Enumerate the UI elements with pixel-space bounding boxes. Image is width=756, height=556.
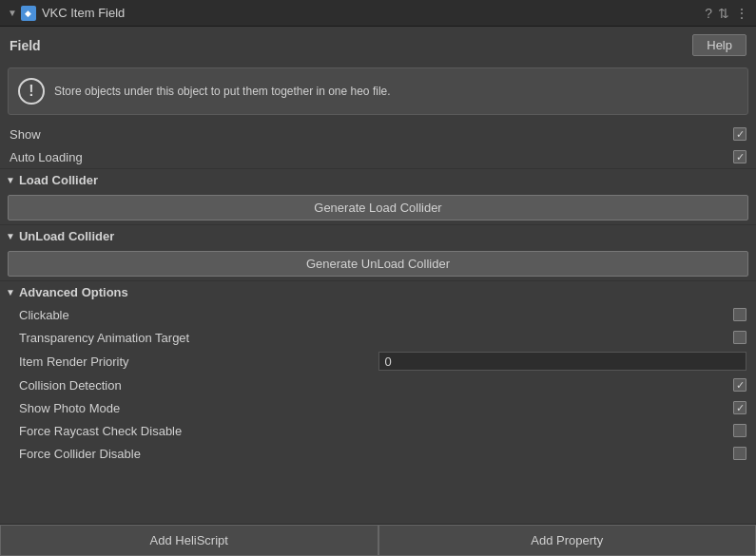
force-collider-disable-label: Force Collider Disable (19, 447, 733, 461)
info-box: ! Store objects under this object to put… (8, 67, 748, 115)
field-label: Field (10, 38, 41, 53)
clickable-row: Clickable (0, 303, 756, 326)
item-render-priority-input[interactable] (378, 352, 747, 371)
field-header: Field Help (0, 27, 756, 64)
show-checkbox-container (733, 127, 746, 141)
force-collider-disable-row: Force Collider Disable (0, 442, 756, 465)
force-raycast-check-disable-row: Force Raycast Check Disable (0, 419, 756, 442)
clickable-checkbox[interactable] (733, 308, 746, 321)
generate-load-collider-button[interactable]: Generate Load Collider (8, 195, 748, 220)
clickable-label: Clickable (19, 308, 733, 322)
force-raycast-check-disable-checkbox[interactable] (733, 424, 746, 437)
help-icon[interactable]: ? (705, 6, 712, 21)
auto-loading-checkbox[interactable] (733, 150, 746, 163)
title-bar: ▼ ◆ VKC Item Field ? ⇅ ⋮ (0, 0, 756, 27)
unload-collider-section[interactable]: ▼ UnLoad Collider (0, 224, 756, 247)
title-bar-icon: ◆ (21, 6, 36, 21)
load-collider-arrow: ▼ (6, 175, 15, 185)
transparency-animation-target-label: Transparency Animation Target (19, 331, 733, 345)
force-raycast-check-disable-label: Force Raycast Check Disable (19, 424, 733, 438)
title-bar-title: VKC Item Field (42, 6, 705, 20)
collision-detection-row: Collision Detection (0, 374, 756, 396)
title-bar-arrow: ▼ (8, 8, 17, 18)
show-row: Show (0, 123, 756, 145)
load-collider-title: Load Collider (19, 173, 98, 187)
help-button[interactable]: Help (692, 34, 746, 56)
auto-loading-row: Auto Loading (0, 145, 756, 168)
generate-unload-collider-button[interactable]: Generate UnLoad Collider (8, 251, 748, 277)
advanced-options-title: Advanced Options (19, 285, 128, 299)
transparency-animation-target-checkbox[interactable] (733, 331, 746, 344)
main-content: Field Help ! Store objects under this ob… (0, 27, 756, 526)
load-collider-section[interactable]: ▼ Load Collider (0, 168, 756, 191)
show-photo-mode-label: Show Photo Mode (19, 401, 733, 415)
auto-loading-checkbox-container (733, 150, 746, 163)
unload-collider-title: UnLoad Collider (19, 229, 114, 243)
show-photo-mode-row: Show Photo Mode (0, 396, 756, 419)
add-property-button[interactable]: Add Property (378, 525, 757, 556)
advanced-options-section[interactable]: ▼ Advanced Options (0, 280, 756, 303)
collision-detection-checkbox[interactable] (733, 378, 746, 392)
advanced-options-arrow: ▼ (6, 287, 15, 297)
item-render-priority-label: Item Render Priority (19, 355, 375, 369)
show-checkbox[interactable] (733, 127, 746, 141)
settings-icon[interactable]: ⇅ (718, 6, 729, 21)
unload-collider-arrow: ▼ (6, 231, 15, 241)
info-text: Store objects under this object to put t… (54, 84, 391, 100)
show-photo-mode-checkbox[interactable] (733, 401, 746, 414)
item-render-priority-row: Item Render Priority (0, 349, 756, 374)
collision-detection-label: Collision Detection (19, 378, 733, 393)
auto-loading-label: Auto Loading (10, 150, 733, 164)
info-icon: ! (18, 78, 45, 105)
title-bar-buttons: ? ⇅ ⋮ (705, 6, 748, 21)
force-collider-disable-checkbox[interactable] (733, 447, 746, 460)
add-heliscript-button[interactable]: Add HeliScript (0, 525, 378, 556)
bottom-buttons: Add HeliScript Add Property (0, 524, 756, 556)
more-icon[interactable]: ⋮ (735, 6, 748, 21)
show-label: Show (10, 127, 733, 142)
transparency-animation-target-row: Transparency Animation Target (0, 326, 756, 349)
